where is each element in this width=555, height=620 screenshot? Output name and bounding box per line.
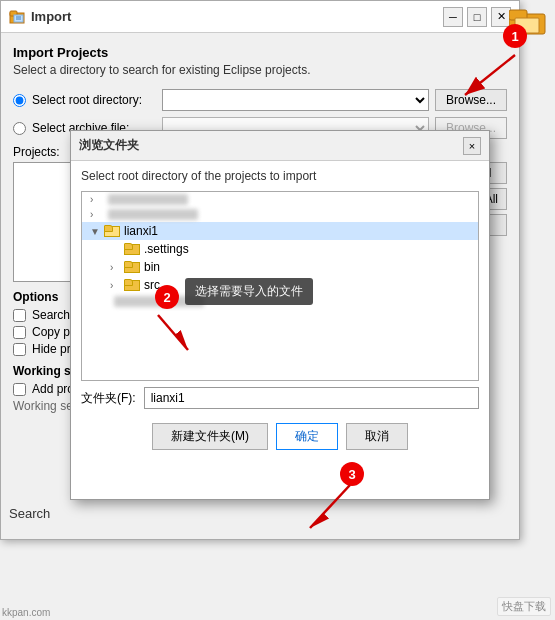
tree-item-label: bin bbox=[144, 260, 160, 274]
annotation-circle-2: 2 bbox=[155, 285, 179, 309]
add-project-checkbox[interactable] bbox=[13, 383, 26, 396]
tree-item[interactable]: › bbox=[82, 207, 478, 222]
archive-file-radio[interactable] bbox=[13, 122, 26, 135]
tree-item-bin[interactable]: › bin bbox=[82, 258, 478, 276]
folder-icon bbox=[124, 279, 140, 291]
folder-path-label: 文件夹(F): bbox=[81, 390, 136, 407]
browse-close-button[interactable]: × bbox=[463, 137, 481, 155]
browse-action-buttons: 新建文件夹(M) 确定 取消 bbox=[71, 415, 489, 458]
browse-dialog-title: 浏览文件夹 bbox=[79, 137, 463, 154]
folder-icon bbox=[124, 261, 140, 273]
annotation-circle-3: 3 bbox=[340, 462, 364, 486]
root-directory-label: Select root directory: bbox=[32, 93, 162, 107]
window-icon bbox=[9, 9, 25, 25]
section-description: Select a directory to search for existin… bbox=[13, 63, 507, 77]
section-heading: Import Projects bbox=[13, 45, 507, 60]
tree-item-lianxi1[interactable]: ▼ lianxi1 bbox=[82, 222, 478, 240]
option1-checkbox[interactable] bbox=[13, 309, 26, 322]
browse-root-button[interactable]: Browse... bbox=[435, 89, 507, 111]
annotation-tooltip-2: 选择需要导入的文件 bbox=[185, 278, 313, 305]
tree-item-label: .settings bbox=[144, 242, 189, 256]
tree-arrow-icon: › bbox=[110, 262, 122, 273]
confirm-button[interactable]: 确定 bbox=[276, 423, 338, 450]
tree-arrow-icon: › bbox=[90, 209, 102, 220]
browse-description: Select root directory of the projects to… bbox=[71, 161, 489, 191]
root-directory-combo[interactable] bbox=[162, 89, 429, 111]
folder-path-row: 文件夹(F): bbox=[71, 381, 489, 415]
download-badge: 快盘下载 bbox=[497, 597, 551, 616]
close-button[interactable]: ✕ bbox=[491, 7, 511, 27]
folder-icon bbox=[124, 243, 140, 255]
title-bar: Import ─ □ ✕ bbox=[1, 1, 519, 33]
browse-title-bar: 浏览文件夹 × bbox=[71, 131, 489, 161]
tree-item-settings[interactable]: .settings bbox=[82, 240, 478, 258]
root-directory-radio[interactable] bbox=[13, 94, 26, 107]
annotation-circle-1: 1 bbox=[503, 24, 527, 48]
maximize-button[interactable]: □ bbox=[467, 7, 487, 27]
tree-item-label: lianxi1 bbox=[124, 224, 158, 238]
option3-checkbox[interactable] bbox=[13, 343, 26, 356]
search-label: Search bbox=[9, 506, 50, 521]
watermark: kkpan.com bbox=[2, 607, 50, 618]
option2-label: Copy pr bbox=[32, 325, 74, 339]
folder-path-input[interactable] bbox=[144, 387, 479, 409]
cancel-button[interactable]: 取消 bbox=[346, 423, 408, 450]
option2-checkbox[interactable] bbox=[13, 326, 26, 339]
tree-item[interactable]: › bbox=[82, 192, 478, 207]
tree-arrow-icon: › bbox=[110, 280, 122, 291]
expand-arrow-icon: ▼ bbox=[90, 226, 102, 237]
folder-open-icon bbox=[104, 225, 120, 237]
window-controls: ─ □ ✕ bbox=[443, 7, 511, 27]
new-folder-button[interactable]: 新建文件夹(M) bbox=[152, 423, 268, 450]
browse-dialog: 浏览文件夹 × Select root directory of the pro… bbox=[70, 130, 490, 500]
root-directory-row: Select root directory: Browse... bbox=[13, 89, 507, 111]
add-project-label: Add pro bbox=[32, 382, 74, 396]
minimize-button[interactable]: ─ bbox=[443, 7, 463, 27]
tree-arrow-icon: › bbox=[90, 194, 102, 205]
window-title: Import bbox=[31, 9, 443, 24]
